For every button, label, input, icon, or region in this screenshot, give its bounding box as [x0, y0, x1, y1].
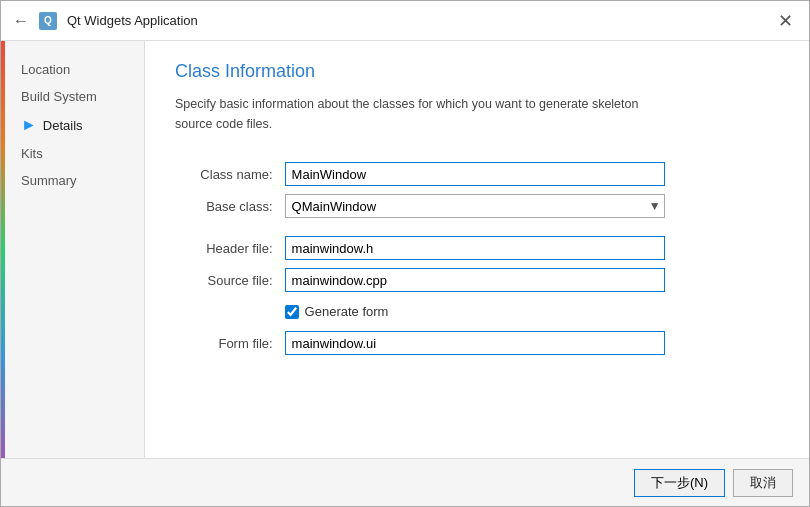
source-file-label: Source file:: [175, 264, 285, 296]
base-class-label: Base class:: [175, 190, 285, 222]
generate-form-checkbox[interactable]: [285, 305, 299, 319]
source-file-input[interactable]: [285, 268, 665, 292]
title-bar: ← Q Qt Widgets Application ✕: [1, 1, 809, 41]
section-title: Class Information: [175, 61, 779, 82]
app-icon: Q: [39, 12, 57, 30]
footer: 下一步(N) 取消: [1, 458, 809, 506]
base-class-select[interactable]: QMainWindow QWidget QDialog: [285, 194, 665, 218]
header-file-label: Header file:: [175, 232, 285, 264]
sidebar-item-label: Details: [43, 118, 83, 133]
class-name-row: Class name:: [175, 158, 779, 190]
generate-form-label: Generate form: [305, 304, 389, 319]
header-file-control: [285, 232, 779, 264]
sidebar-item-label: Summary: [21, 173, 77, 188]
form-file-input[interactable]: [285, 331, 665, 355]
form-file-row: Form file:: [175, 327, 779, 359]
sidebar-item-summary[interactable]: Summary: [5, 168, 144, 193]
sidebar-item-location[interactable]: Location: [5, 57, 144, 82]
generate-form-checkbox-row: Generate form: [285, 300, 779, 323]
next-button[interactable]: 下一步(N): [634, 469, 725, 497]
generate-form-row: Generate form: [175, 296, 779, 327]
class-name-control: [285, 158, 779, 190]
app-title: Qt Widgets Application: [67, 13, 198, 28]
arrow-icon: ►: [21, 116, 37, 134]
class-name-input[interactable]: [285, 162, 665, 186]
spacer: [175, 222, 285, 232]
class-name-label: Class name:: [175, 158, 285, 190]
header-file-row: Header file:: [175, 232, 779, 264]
base-class-row: Base class: QMainWindow QWidget QDialog …: [175, 190, 779, 222]
sidebar-item-label: Build System: [21, 89, 97, 104]
sidebar-item-details[interactable]: ► Details: [5, 111, 144, 139]
header-file-input[interactable]: [285, 236, 665, 260]
source-file-row: Source file:: [175, 264, 779, 296]
form-file-label: Form file:: [175, 327, 285, 359]
description: Specify basic information about the clas…: [175, 94, 655, 134]
title-bar-left: ← Q Qt Widgets Application: [13, 12, 198, 30]
sidebar-item-build-system[interactable]: Build System: [5, 84, 144, 109]
cancel-button[interactable]: 取消: [733, 469, 793, 497]
base-class-select-wrapper: QMainWindow QWidget QDialog ▼: [285, 194, 665, 218]
content-area: Location Build System ► Details Kits Sum…: [1, 41, 809, 458]
dialog: ← Q Qt Widgets Application ✕ Location Bu…: [0, 0, 810, 507]
form-file-control: [285, 327, 779, 359]
sidebar: Location Build System ► Details Kits Sum…: [5, 41, 145, 458]
generate-form-empty-label: [175, 296, 285, 327]
main-content: Class Information Specify basic informat…: [145, 41, 809, 458]
sidebar-item-label: Location: [21, 62, 70, 77]
base-class-control: QMainWindow QWidget QDialog ▼: [285, 190, 779, 222]
close-button[interactable]: ✕: [773, 9, 797, 33]
sidebar-item-kits[interactable]: Kits: [5, 141, 144, 166]
source-file-control: [285, 264, 779, 296]
generate-form-control: Generate form: [285, 296, 779, 327]
sidebar-item-label: Kits: [21, 146, 43, 161]
class-info-form: Class name: Base class: QMainWindow QWid…: [175, 158, 779, 359]
back-arrow-icon[interactable]: ←: [13, 12, 29, 30]
